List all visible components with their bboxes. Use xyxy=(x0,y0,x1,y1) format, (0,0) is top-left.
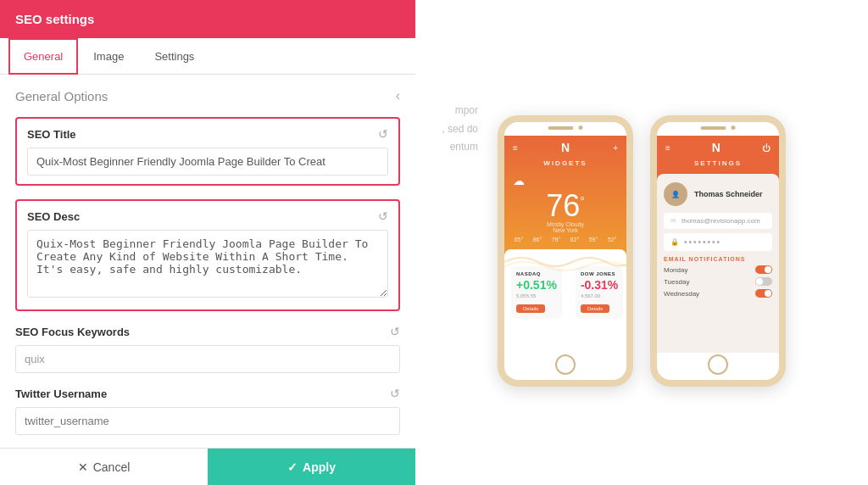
phone2-home-button xyxy=(708,354,728,375)
temp-mon: 65° xyxy=(515,237,524,242)
email-notif-label: EMAIL NOTIFICATIONS xyxy=(664,256,772,262)
seo-focus-label-row: SEO Focus Keywords ↺ xyxy=(15,325,400,338)
phone-camera xyxy=(548,125,583,130)
wednesday-toggle[interactable] xyxy=(755,289,772,298)
background-text: mpor , sed do entum xyxy=(442,102,478,157)
wave-svg xyxy=(504,249,626,275)
phone-mockups: ≡ N + WIDGETS ☁ 76° Mostly Cloudy New xyxy=(498,115,786,387)
collapse-icon[interactable]: ‹ xyxy=(396,88,400,103)
phone-home-button xyxy=(555,354,576,375)
seo-settings-panel: SEO settings General Image Settings Gene… xyxy=(0,0,415,485)
seo-desc-group: SEO Desc ↺ xyxy=(15,199,400,311)
wednesday-label: Wednesday xyxy=(664,290,699,298)
temp-display: 76° xyxy=(504,191,626,221)
tab-image[interactable]: Image xyxy=(78,38,139,75)
avatar-section: 👤 Thomas Schneider xyxy=(664,182,772,206)
nasdaq-details-btn[interactable]: Details xyxy=(516,304,545,313)
cancel-label: Cancel xyxy=(93,460,131,474)
phone-settings: ≡ N ⏻ SETTINGS 👤 Thomas Schneider ✉ thom… xyxy=(650,115,786,387)
wave-area: NASDAQ +0.51% 5,055.55 Details DOW JONES… xyxy=(504,249,626,353)
seo-desc-textarea[interactable] xyxy=(27,230,388,298)
settings-logo: N xyxy=(712,141,721,154)
widget-topbar: ≡ N + xyxy=(504,136,626,159)
seo-desc-label-row: SEO Desc ↺ xyxy=(27,209,388,223)
nasdaq-change: +0.51% xyxy=(516,278,557,292)
seo-title-reset-icon[interactable]: ↺ xyxy=(378,127,388,141)
temp-wed: 79° xyxy=(552,237,561,242)
tab-settings[interactable]: Settings xyxy=(139,38,209,75)
cancel-button[interactable]: ✕ Cancel xyxy=(0,449,208,485)
settings-power-icon: ⏻ xyxy=(762,143,771,153)
seo-title-group: SEO Title ↺ xyxy=(15,117,400,186)
panel-body: General Options ‹ SEO Title ↺ SEO Desc ↺… xyxy=(0,75,415,448)
tabs-bar: General Image Settings xyxy=(0,38,415,75)
nasdaq-value: 5,055.55 xyxy=(516,293,557,298)
seo-title-input[interactable] xyxy=(27,148,388,176)
lock-icon: 🔒 xyxy=(670,238,679,246)
settings-content: ≡ N ⏻ SETTINGS 👤 Thomas Schneider ✉ thom… xyxy=(657,136,779,353)
seo-focus-group: SEO Focus Keywords ↺ xyxy=(15,325,400,373)
seo-title-label-row: SEO Title ↺ xyxy=(27,127,388,141)
widget-content: ≡ N + WIDGETS ☁ 76° Mostly Cloudy New xyxy=(504,136,626,353)
user-name: Thomas Schneider xyxy=(694,190,763,198)
monday-toggle-knob xyxy=(765,266,771,273)
weather-desc: Mostly Cloudy xyxy=(504,221,626,227)
monday-label: Monday xyxy=(664,266,687,274)
settings-screen: ≡ N ⏻ SETTINGS 👤 Thomas Schneider ✉ thom… xyxy=(657,136,779,353)
tuesday-toggle-knob xyxy=(756,278,763,285)
temperature-value: 76° xyxy=(537,188,593,223)
right-panel: mpor , sed do entum ≡ N + WIDGETS xyxy=(415,0,868,485)
phone-speaker xyxy=(548,126,574,130)
apply-button[interactable]: ✓ Apply xyxy=(208,449,415,485)
seo-desc-label: SEO Desc xyxy=(27,210,80,223)
phone-widget: ≡ N + WIDGETS ☁ 76° Mostly Cloudy New xyxy=(498,115,633,387)
settings-body: 👤 Thomas Schneider ✉ thomas@revisionapp.… xyxy=(657,174,779,353)
phone2-speaker xyxy=(701,126,726,130)
wednesday-toggle-knob xyxy=(765,290,771,297)
settings-topbar: ≡ N ⏻ xyxy=(657,136,779,159)
panel-title: SEO settings xyxy=(15,12,94,26)
temp-row: 65° 86° 79° 62° 59° 52° xyxy=(504,233,626,246)
panel-footer: ✕ Cancel ✓ Apply xyxy=(0,448,415,485)
phone2-dot xyxy=(732,125,736,130)
dow-value: 4,567.00 xyxy=(581,293,618,298)
seo-focus-reset-icon[interactable]: ↺ xyxy=(390,325,400,338)
password-value: •••••••• xyxy=(684,237,721,247)
email-field: ✉ thomas@revisionapp.com xyxy=(664,213,772,229)
phone2-camera xyxy=(701,125,736,130)
seo-title-label: SEO Title xyxy=(27,128,76,141)
dow-details-btn[interactable]: Details xyxy=(581,304,609,313)
temp-sat: 52° xyxy=(608,237,617,242)
password-field: 🔒 •••••••• xyxy=(664,233,772,251)
section-header: General Options ‹ xyxy=(15,88,400,103)
wednesday-notif-row: Wednesday xyxy=(664,289,772,298)
phone-dot xyxy=(579,125,583,130)
widget-screen: ≡ N + WIDGETS ☁ 76° Mostly Cloudy New xyxy=(504,136,626,353)
tuesday-notif-row: Tuesday xyxy=(664,277,772,286)
twitter-input[interactable] xyxy=(15,407,400,435)
widget-logo: N xyxy=(561,141,570,154)
tuesday-toggle[interactable] xyxy=(755,277,772,286)
widget-screen-label: WIDGETS xyxy=(504,159,626,167)
dow-change: -0.31% xyxy=(581,278,618,292)
cancel-x-icon: ✕ xyxy=(78,460,88,474)
tab-general[interactable]: General xyxy=(8,38,78,75)
widget-plus-icon: + xyxy=(613,143,618,153)
avatar: 👤 xyxy=(664,182,687,206)
panel-header: SEO settings xyxy=(0,0,415,38)
twitter-reset-icon[interactable]: ↺ xyxy=(390,387,400,400)
apply-label: Apply xyxy=(303,460,336,474)
seo-desc-reset-icon[interactable]: ↺ xyxy=(378,209,388,223)
weather-location: New York xyxy=(504,227,626,233)
email-value: thomas@revisionapp.com xyxy=(682,217,760,225)
monday-toggle[interactable] xyxy=(755,265,772,274)
seo-focus-input[interactable] xyxy=(15,345,400,373)
apply-check-icon: ✓ xyxy=(287,460,298,474)
twitter-label-row: Twitter Username ↺ xyxy=(15,387,400,400)
temp-fri: 59° xyxy=(589,237,598,242)
section-title: General Options xyxy=(15,89,108,103)
twitter-username-group: Twitter Username ↺ xyxy=(15,387,400,435)
seo-focus-label: SEO Focus Keywords xyxy=(15,326,130,338)
tuesday-label: Tuesday xyxy=(664,278,689,286)
twitter-label: Twitter Username xyxy=(15,387,107,400)
